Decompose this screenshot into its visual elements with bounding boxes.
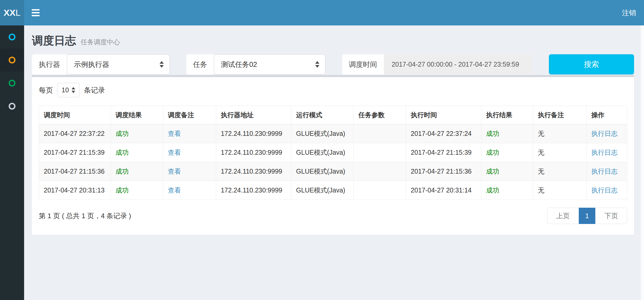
circle-ring-icon <box>9 34 15 40</box>
table-cell-executor_address: 172.24.110.230:9999 <box>216 124 291 143</box>
select-arrows-icon <box>315 61 319 68</box>
table-cell-glue_type: GLUE模式(Java) <box>291 143 354 162</box>
table-cell-handle_msg: 无 <box>533 124 586 143</box>
prev-page-button[interactable]: 上页 <box>547 208 579 224</box>
table-cell-handle_time: 2017-04-27 21:15:36 <box>406 162 481 181</box>
column-header: 运行模式 <box>291 106 354 124</box>
column-header: 任务参数 <box>354 106 406 124</box>
pagination-summary: 第 1 页 ( 总共 1 页，4 条记录 ) <box>39 211 131 221</box>
table-cell-action: 执行日志 <box>587 181 627 200</box>
column-header: 调度时间 <box>39 106 111 124</box>
table-cell-trigger_time: 2017-04-27 21:15:36 <box>39 162 111 181</box>
top-navbar: XXL 注销 <box>0 0 644 25</box>
page-title: 调度日志 <box>32 33 76 48</box>
log-panel: 每页 10 条记录 调度时间调度结果调度备注执行器地址运行模式任务参数执行时间执… <box>32 75 634 235</box>
column-header: 执行备注 <box>533 106 586 124</box>
logout-link[interactable]: 注销 <box>614 0 644 25</box>
executor-select[interactable]: 示例执行器 <box>67 54 170 74</box>
table-cell-job_param <box>354 181 406 200</box>
sidebar-toggle-button[interactable] <box>24 0 47 25</box>
hamburger-icon <box>32 15 40 16</box>
page-size-select[interactable]: 10 <box>57 83 80 97</box>
view-trigger-msg-link[interactable]: 查看 <box>168 168 181 175</box>
execution-log-link[interactable]: 执行日志 <box>591 130 618 137</box>
table-cell-glue_type: GLUE模式(Java) <box>291 181 354 200</box>
table-cell-handle_time: 2017-04-27 22:37:24 <box>406 124 481 143</box>
execution-log-link[interactable]: 执行日志 <box>591 186 618 194</box>
table-cell-handle_result: 成功 <box>481 181 533 200</box>
table-cell-trigger_msg: 查看 <box>163 143 216 162</box>
table-cell-handle_time: 2017-04-27 20:31:14 <box>406 181 481 200</box>
table-cell-glue_type: GLUE模式(Java) <box>291 162 354 181</box>
table-cell-trigger_time: 2017-04-27 20:31:13 <box>39 181 111 200</box>
table-cell-action: 执行日志 <box>587 143 627 162</box>
table-cell-trigger_msg: 查看 <box>163 124 216 143</box>
table-cell-executor_address: 172.24.110.230:9999 <box>216 143 291 162</box>
column-header: 执行结果 <box>481 106 533 124</box>
job-select[interactable]: 测试任务02 <box>214 54 325 74</box>
table-row: 2017-04-27 20:31:13成功查看172.24.110.230:99… <box>39 181 627 200</box>
table-cell-trigger_msg: 查看 <box>163 181 216 200</box>
next-page-button[interactable]: 下页 <box>595 208 627 224</box>
log-table: 调度时间调度结果调度备注执行器地址运行模式任务参数执行时间执行结果执行备注操作 … <box>39 106 627 200</box>
table-cell-handle_result: 成功 <box>481 162 533 181</box>
logo-text-bold: XX <box>4 8 15 18</box>
pagination-row: 第 1 页 ( 总共 1 页，4 条记录 ) 上页 1 下页 <box>39 208 627 224</box>
job-select-value: 测试任务02 <box>221 60 312 69</box>
trigger-time-range-input[interactable] <box>384 54 532 74</box>
executor-select-value: 示例执行器 <box>74 60 156 69</box>
table-cell-handle_msg: 无 <box>533 181 586 200</box>
table-cell-job_param <box>354 124 406 143</box>
select-arrows-icon <box>160 61 164 68</box>
trigger-time-filter-label: 调度时间 <box>342 54 384 74</box>
table-cell-handle_result: 成功 <box>481 143 533 162</box>
page-size-value: 10 <box>62 86 69 94</box>
column-header: 调度结果 <box>111 106 163 124</box>
view-trigger-msg-link[interactable]: 查看 <box>168 130 181 137</box>
table-cell-trigger_time: 2017-04-27 21:15:39 <box>39 143 111 162</box>
hamburger-icon <box>32 12 40 13</box>
table-cell-trigger_result: 成功 <box>111 124 163 143</box>
table-cell-trigger_result: 成功 <box>111 143 163 162</box>
table-cell-glue_type: GLUE模式(Java) <box>291 124 354 143</box>
hamburger-icon <box>32 9 40 10</box>
table-cell-executor_address: 172.24.110.230:9999 <box>216 181 291 200</box>
view-trigger-msg-link[interactable]: 查看 <box>168 186 181 194</box>
select-arrows-icon <box>72 87 75 93</box>
table-cell-trigger_result: 成功 <box>111 162 163 181</box>
circle-ring-icon <box>9 57 15 63</box>
execution-log-link[interactable]: 执行日志 <box>591 168 618 175</box>
sidebar-item-menu-4[interactable] <box>0 95 24 118</box>
circle-ring-icon <box>9 80 15 87</box>
sidebar-menu <box>0 25 24 300</box>
trigger-time-filter-group: 调度时间 <box>342 54 532 74</box>
execution-log-link[interactable]: 执行日志 <box>591 149 618 156</box>
sidebar-item-menu-1[interactable] <box>0 25 24 49</box>
app-logo[interactable]: XXL <box>0 0 24 25</box>
sidebar-item-menu-2[interactable] <box>0 49 24 72</box>
table-cell-action: 执行日志 <box>587 124 627 143</box>
table-cell-handle_msg: 无 <box>533 143 586 162</box>
sidebar-item-menu-3[interactable] <box>0 72 24 95</box>
table-row: 2017-04-27 21:15:39成功查看172.24.110.230:99… <box>39 143 627 162</box>
table-cell-job_param <box>354 143 406 162</box>
table-row: 2017-04-27 22:37:22成功查看172.24.110.230:99… <box>39 124 627 143</box>
table-cell-trigger_msg: 查看 <box>163 162 216 181</box>
executor-filter-group: 执行器 示例执行器 <box>32 54 170 74</box>
table-cell-job_param <box>354 162 406 181</box>
page-header: 调度日志 任务调度中心 <box>32 33 634 48</box>
page-subtitle: 任务调度中心 <box>81 38 120 46</box>
log-table-head-row: 调度时间调度结果调度备注执行器地址运行模式任务参数执行时间执行结果执行备注操作 <box>39 106 627 124</box>
page-size-suffix-label: 条记录 <box>84 85 105 95</box>
circle-ring-icon <box>9 103 15 110</box>
page-size-prefix-label: 每页 <box>39 85 53 95</box>
logo-text-light: L <box>15 8 20 18</box>
table-cell-action: 执行日志 <box>587 162 627 181</box>
page-1-button[interactable]: 1 <box>579 208 596 224</box>
table-cell-handle_msg: 无 <box>533 162 586 181</box>
table-cell-executor_address: 172.24.110.230:9999 <box>216 162 291 181</box>
content-area: 调度日志 任务调度中心 执行器 示例执行器 任务 测试任务02 调度时间 搜索 … <box>24 25 644 235</box>
filter-toolbar: 执行器 示例执行器 任务 测试任务02 调度时间 搜索 <box>32 54 634 74</box>
view-trigger-msg-link[interactable]: 查看 <box>168 149 181 156</box>
search-button[interactable]: 搜索 <box>549 54 634 74</box>
